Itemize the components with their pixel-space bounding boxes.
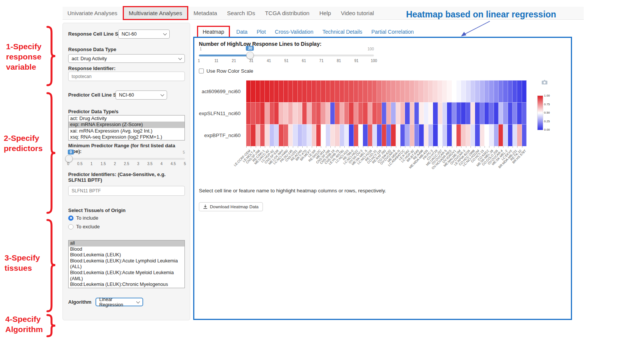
heatmap-cell[interactable] [312, 124, 316, 146]
radio-selected-icon[interactable] [68, 215, 73, 221]
heatmap-cell[interactable] [358, 102, 363, 124]
tissue-include-radio[interactable]: To include [68, 215, 98, 221]
heatmap-grid[interactable] [246, 80, 527, 146]
heatmap-cell[interactable] [400, 124, 405, 146]
nav-item-metadata[interactable]: Metadata [189, 7, 222, 19]
heatmap-cell[interactable] [410, 124, 414, 146]
heatmap-cell[interactable] [377, 124, 381, 146]
heatmap-cell[interactable] [330, 102, 335, 124]
heatmap-cell[interactable] [270, 80, 274, 102]
heatmap-cell[interactable] [424, 80, 428, 102]
heatmap-cell[interactable] [270, 124, 274, 146]
heatmap-cell[interactable] [513, 124, 517, 146]
heatmap-cell[interactable] [302, 124, 307, 146]
heatmap-cell[interactable] [414, 80, 419, 102]
heatmap-cell[interactable] [274, 80, 279, 102]
algorithm-select[interactable]: Linear Regression [95, 298, 143, 306]
heatmap-cell[interactable] [326, 102, 330, 124]
heatmap-cell[interactable] [499, 124, 503, 146]
heatmap-cell[interactable] [368, 124, 372, 146]
heatmap-cell[interactable] [494, 80, 499, 102]
tissue-listbox[interactable]: allBloodBlood:Leukemia (LEUK)Blood:Leuke… [68, 240, 185, 288]
heatmap-cell[interactable] [452, 80, 456, 102]
tab-partial-correlation[interactable]: Partial Correlation [367, 27, 418, 37]
heatmap-cell[interactable] [246, 102, 251, 124]
heatmap-cell[interactable] [410, 102, 414, 124]
heatmap-cell[interactable] [508, 124, 513, 146]
heatmap-cell[interactable] [461, 102, 466, 124]
heatmap-cell[interactable] [354, 80, 358, 102]
heatmap-cell[interactable] [442, 102, 447, 124]
heatmap-cell[interactable] [358, 124, 363, 146]
heatmap-cell[interactable] [438, 102, 442, 124]
heatmap-cell[interactable] [279, 124, 283, 146]
tab-technical-details[interactable]: Technical Details [318, 27, 367, 37]
heatmap-cell[interactable] [354, 102, 358, 124]
heatmap-cell[interactable] [307, 80, 311, 102]
heatmap-cell[interactable] [246, 124, 251, 146]
heatmap-cell[interactable] [508, 80, 513, 102]
heatmap-cell[interactable] [330, 124, 335, 146]
heatmap-cell[interactable] [424, 102, 428, 124]
heatmap-cell[interactable] [508, 102, 513, 124]
nav-item-help[interactable]: Help [314, 7, 336, 19]
nav-item-univariate-analyses[interactable]: Univariate Analyses [63, 7, 122, 19]
heatmap-cell[interactable] [419, 80, 424, 102]
heatmap-cell[interactable] [494, 124, 499, 146]
nav-item-multivariate-analyses[interactable]: Multivariate Analyses [124, 7, 187, 19]
heatmap-cell[interactable] [368, 102, 372, 124]
heatmap-cell[interactable] [503, 80, 508, 102]
heatmap-cell[interactable] [377, 80, 381, 102]
heatmap-row-label[interactable]: expSLFN11_nci60 [199, 111, 241, 116]
heatmap-cell[interactable] [260, 80, 265, 102]
heatmap-cell[interactable] [386, 80, 391, 102]
heatmap-cell[interactable] [414, 102, 419, 124]
heatmap-cell[interactable] [466, 124, 470, 146]
heatmap-cell[interactable] [442, 80, 447, 102]
heatmap-cell[interactable] [424, 124, 428, 146]
heatmap-cell[interactable] [405, 102, 410, 124]
tissue-option[interactable]: Blood:Leukemia (LEUK):Acute Lymphoid Leu… [69, 258, 184, 270]
heatmap-cell[interactable] [503, 124, 508, 146]
checkbox-icon[interactable] [199, 69, 204, 73]
heatmap-cell[interactable] [335, 80, 339, 102]
heatmap-cell[interactable] [396, 102, 400, 124]
tab-data[interactable]: Data [232, 27, 252, 37]
heatmap-cell[interactable] [522, 124, 527, 146]
tab-cross-validation[interactable]: Cross-Validation [270, 27, 318, 37]
heatmap-cell[interactable] [251, 80, 255, 102]
heatmap-cell[interactable] [321, 102, 325, 124]
heatmap-cell[interactable] [298, 102, 302, 124]
response-identifier-input[interactable] [68, 72, 185, 81]
heatmap-cell[interactable] [485, 80, 489, 102]
heatmap-cell[interactable] [391, 80, 395, 102]
heatmap-cell[interactable] [302, 102, 307, 124]
heatmap-cell[interactable] [480, 124, 485, 146]
heatmap-cell[interactable] [414, 124, 419, 146]
heatmap-cell[interactable] [274, 102, 279, 124]
heatmap-cell[interactable] [316, 124, 321, 146]
heatmap-cell[interactable] [470, 102, 475, 124]
predictor-data-types-listbox[interactable]: act: Drug Activityexp: mRNA Expression (… [68, 115, 185, 140]
heatmap-cell[interactable] [284, 80, 288, 102]
heatmap-cell[interactable] [256, 102, 260, 124]
heatmap-cell[interactable] [489, 124, 494, 146]
heatmap-cell[interactable] [382, 102, 386, 124]
heatmap-cell[interactable] [335, 124, 339, 146]
heatmap-cell[interactable] [438, 124, 442, 146]
heatmap-cell[interactable] [256, 124, 260, 146]
heatmap-cell[interactable] [503, 102, 508, 124]
heatmap-cell[interactable] [400, 102, 405, 124]
heatmap-cell[interactable] [293, 102, 297, 124]
heatmap-cell[interactable] [428, 102, 433, 124]
heatmap-cell[interactable] [396, 80, 400, 102]
heatmap-cell[interactable] [363, 102, 367, 124]
heatmap-cell[interactable] [340, 80, 344, 102]
heatmap-cell[interactable] [288, 102, 293, 124]
nav-item-tcga-distribution[interactable]: TCGA distribution [260, 7, 314, 19]
tissue-option[interactable]: Blood:Leukemia (LEUK):Acute Myeloid Leuk… [69, 270, 184, 282]
heatmap-cell[interactable] [326, 124, 330, 146]
heatmap-cell[interactable] [466, 102, 470, 124]
heatmap-cell[interactable] [419, 102, 424, 124]
slider-handle[interactable] [65, 155, 73, 162]
